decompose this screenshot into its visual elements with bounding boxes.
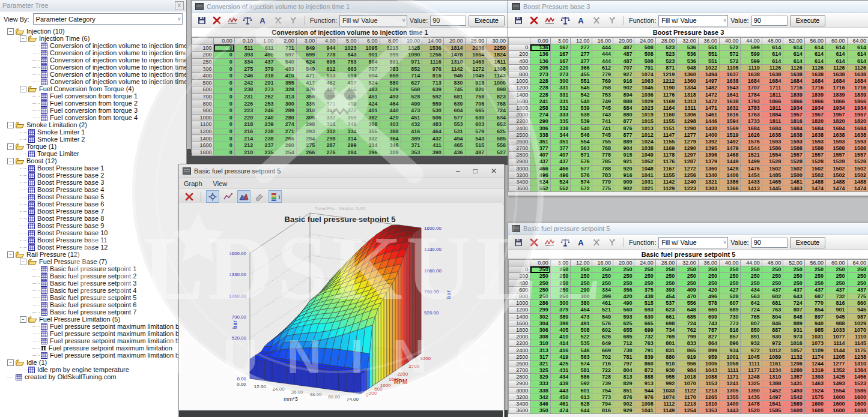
column-header[interactable]: 0.00 xyxy=(214,38,234,45)
map-cell[interactable]: 1811 xyxy=(762,91,783,98)
map-cell[interactable]: 522 xyxy=(571,334,592,340)
map-cell[interactable]: 250 xyxy=(613,280,634,286)
map-cell[interactable]: 732 xyxy=(826,293,847,299)
map-cell[interactable]: 655 xyxy=(613,326,634,333)
map-cell[interactable]: 593 xyxy=(634,307,655,313)
tree-item[interactable]: −Torque (1) xyxy=(2,143,186,150)
map-cell[interactable]: 681 xyxy=(762,300,783,307)
map-cell[interactable]: 571 xyxy=(571,152,592,158)
map-cell[interactable]: 1784 xyxy=(741,91,762,98)
font-icon[interactable]: A xyxy=(574,14,587,27)
save-icon[interactable] xyxy=(512,236,525,249)
map-cell[interactable]: 614 xyxy=(783,51,804,58)
map-cell[interactable]: 1155 xyxy=(655,118,676,125)
map-cell[interactable]: 850 xyxy=(741,326,762,333)
map-cell[interactable]: 524 xyxy=(550,178,570,185)
map-cell[interactable]: 1110 xyxy=(847,334,868,340)
map-cell[interactable]: 490 xyxy=(613,300,634,307)
map-cell[interactable]: 1600 xyxy=(826,394,847,400)
map-cell[interactable]: 877 xyxy=(613,118,634,125)
map-cell[interactable]: 931 xyxy=(783,326,804,333)
map-cell[interactable]: 1144 xyxy=(826,347,847,353)
cut-disabled-icon[interactable] xyxy=(272,14,284,27)
value-input[interactable] xyxy=(430,16,466,26)
map-cell[interactable]: 781 xyxy=(613,353,634,360)
map-cell[interactable]: 266 xyxy=(276,135,296,142)
map-cell[interactable]: 300 xyxy=(550,78,570,85)
map-cell[interactable]: 540 xyxy=(571,98,592,104)
tree-item[interactable]: Basic fuel pressure setpoint 7 xyxy=(2,308,186,316)
map-cell[interactable]: 0 xyxy=(214,44,234,52)
map-cell[interactable]: 625 xyxy=(613,320,634,326)
map-cell[interactable]: 603 xyxy=(465,121,487,128)
map-cell[interactable]: 1048 xyxy=(634,165,655,172)
map-cell[interactable]: 581 xyxy=(571,367,592,374)
map-cell[interactable]: 884 xyxy=(613,104,634,111)
map-cell[interactable]: 714 xyxy=(401,72,422,79)
map-cell[interactable]: 1502 xyxy=(847,165,868,172)
column-header[interactable]: 40.00 xyxy=(720,38,741,44)
map-cell[interactable]: 377 xyxy=(530,145,550,152)
map-cell[interactable]: 823 xyxy=(487,93,508,100)
map-cell[interactable]: 1520 xyxy=(741,407,762,414)
map-cell[interactable]: 308 xyxy=(530,334,550,340)
column-header[interactable]: 48.00 xyxy=(762,38,783,44)
row-header[interactable]: 2200 xyxy=(509,118,530,125)
map-cell[interactable]: 1528 xyxy=(804,158,825,165)
map-cell[interactable]: 540 xyxy=(571,125,592,131)
map-cell[interactable]: 1116 xyxy=(422,58,444,65)
map-cell[interactable]: 1171 xyxy=(720,374,741,380)
tree-item[interactable]: Conversion of injection volume to inject… xyxy=(2,64,186,71)
map-cell[interactable]: 1493 xyxy=(783,387,804,394)
map-cell[interactable]: 614 xyxy=(847,44,868,51)
map-cell[interactable]: 273 xyxy=(550,71,570,77)
map-cell[interactable]: 396 xyxy=(317,93,338,100)
row-header[interactable]: 3600 xyxy=(509,185,530,192)
map-cell[interactable]: 231 xyxy=(234,93,255,100)
delete-icon[interactable] xyxy=(183,190,196,203)
map-cell[interactable]: 860 xyxy=(847,300,868,307)
map-cell[interactable]: 1388 xyxy=(762,380,783,387)
map-cell[interactable]: 1021 xyxy=(634,185,655,192)
map-cell[interactable]: 614 xyxy=(804,58,825,64)
row-header[interactable]: 1200 xyxy=(509,85,530,91)
map-cell[interactable]: 1016 xyxy=(783,340,804,347)
map-cell[interactable]: 455 xyxy=(338,86,359,94)
map-cell[interactable]: 902 xyxy=(613,400,634,407)
map-cell[interactable]: 444 xyxy=(592,51,613,58)
map-cell[interactable]: 592 xyxy=(422,93,444,100)
column-header[interactable]: 32.00 xyxy=(677,38,698,44)
map-cell[interactable]: 1463 xyxy=(783,185,804,192)
map-cell[interactable]: 289 xyxy=(276,107,296,114)
map-cell[interactable]: 1481 xyxy=(783,178,804,185)
map-cell[interactable]: 375 xyxy=(634,286,655,293)
map-cell[interactable]: 438 xyxy=(550,380,570,387)
map-cell[interactable]: 368 xyxy=(359,121,380,128)
map-cell[interactable]: 876 xyxy=(613,125,634,131)
map-cell[interactable]: 849 xyxy=(296,44,317,52)
map-cell[interactable]: 414 xyxy=(550,340,570,347)
tree-item[interactable]: Boost Pressure base 1 xyxy=(2,164,186,172)
map-cell[interactable]: 669 xyxy=(592,347,613,353)
map-cell[interactable]: 599 xyxy=(741,51,762,58)
map-cell[interactable]: 1820 xyxy=(826,118,847,125)
column-header[interactable]: 0.10 xyxy=(234,38,255,45)
map-cell[interactable]: 366 xyxy=(571,64,592,71)
map-cell[interactable]: 857 xyxy=(720,334,741,340)
map-cell[interactable]: 1045 xyxy=(465,72,487,79)
map-cell[interactable]: 432 xyxy=(401,121,422,128)
tree-item[interactable]: Fuel pressure setpoint maximum limitatio… xyxy=(2,337,186,344)
map-cell[interactable]: 783 xyxy=(592,172,613,178)
map-cell[interactable]: 984 xyxy=(677,367,698,374)
tree-item[interactable]: −Fuel Pressure Limitation (5) xyxy=(2,316,186,323)
row-header[interactable]: 2700 xyxy=(509,145,530,152)
map-cell[interactable]: 0 xyxy=(214,79,234,86)
row-header[interactable]: 3400 xyxy=(509,400,530,407)
map-cell[interactable]: 1600 xyxy=(804,400,825,407)
map-cell[interactable]: 407 xyxy=(550,152,570,158)
map-cell[interactable]: 1643 xyxy=(720,85,741,91)
map-cell[interactable]: 1528 xyxy=(783,158,804,165)
map-cell[interactable]: 1793 xyxy=(741,98,762,104)
column-header[interactable]: 56.00 xyxy=(804,38,825,44)
map-cell[interactable]: 1256 xyxy=(422,52,444,59)
